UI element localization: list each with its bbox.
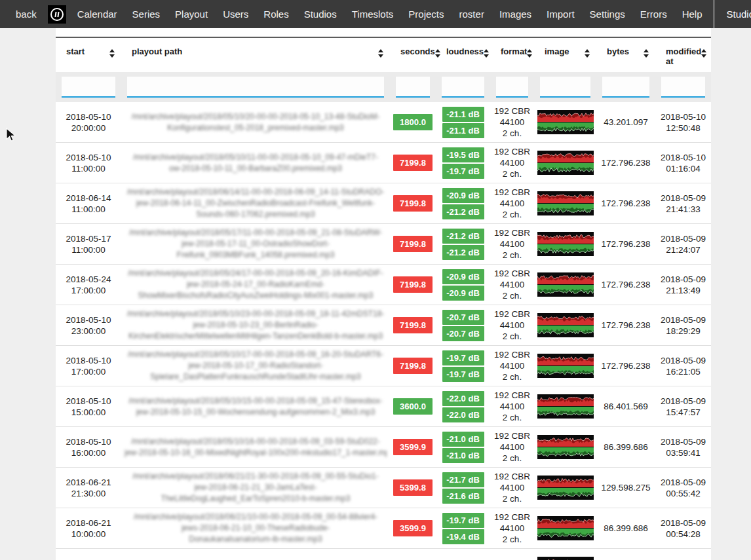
waveform-thumbnail xyxy=(537,476,594,500)
sort-icon[interactable] xyxy=(527,49,532,58)
seconds-cell: 7199.8 xyxy=(390,314,436,337)
nav-item-import[interactable]: Import xyxy=(543,9,579,20)
column-header-image[interactable]: image xyxy=(534,38,596,72)
seconds-cell: 5399.8 xyxy=(390,476,436,499)
sort-icon[interactable] xyxy=(378,49,383,58)
sort-icon[interactable] xyxy=(644,49,649,58)
filter-loudness-input[interactable] xyxy=(442,77,484,98)
nav-item-images[interactable]: Images xyxy=(495,9,535,20)
bytes-cell: 172.796.238 xyxy=(596,195,655,212)
column-label: playout path xyxy=(132,47,182,56)
modified-at-cell: 2018-05-0903:59:41 xyxy=(655,433,711,462)
nav-item-roster[interactable]: roster xyxy=(455,9,488,20)
image-cell xyxy=(534,188,596,219)
column-header-modified[interactable]: modified at xyxy=(655,38,711,72)
filter-start-input[interactable] xyxy=(62,77,115,98)
filter-modified-input[interactable] xyxy=(661,77,705,98)
top-navbar: back CalendarSeriesPlayoutUsersRolesStud… xyxy=(0,0,751,28)
column-header-bytes[interactable]: bytes xyxy=(596,38,655,72)
studio-select[interactable]: Studio Piradio xyxy=(722,0,751,28)
format-cell: 192 CBR441002 ch. xyxy=(490,427,534,467)
playout-path-line-blurred: Spielare_DasPlattenFunkrauschRundeStadtU… xyxy=(150,371,361,383)
bytes-cell: 43.201.097 xyxy=(596,113,655,131)
playout-path-line-blurred: jew-2018-06-21-21_30-JamLaTest- xyxy=(195,482,317,493)
format-cell: 192 CBR441002 ch. xyxy=(490,183,534,223)
loudness-badge: -20.7 dB xyxy=(442,310,484,325)
sort-icon[interactable] xyxy=(585,49,590,58)
image-cell xyxy=(534,350,596,381)
waveform-thumbnail xyxy=(537,110,594,134)
playout-path-line-blurred: KirchenElektrischerMittelwellenMitHilgen… xyxy=(128,331,383,342)
nav-item-studios[interactable]: Studios xyxy=(300,9,341,20)
sort-icon[interactable] xyxy=(109,49,115,58)
modified-at-cell: 2018-05-0918:29:29 xyxy=(655,311,711,340)
seconds-badge: 3600.0 xyxy=(393,398,433,415)
filter-image-input[interactable] xyxy=(540,77,590,98)
nav-item-projects[interactable]: Projects xyxy=(404,9,448,20)
loudness-badge: -21.2 dB xyxy=(442,245,484,260)
loudness-badge: -19.7 dB xyxy=(442,350,484,365)
playout-path-line-blurred: Sounds-060-17062.premixed.mp3 xyxy=(196,209,315,220)
column-header-path[interactable]: playout path xyxy=(121,38,390,72)
seconds-badge: 7199.8 xyxy=(393,195,433,212)
modified-at-cell: 2018-05-0921:41:33 xyxy=(655,189,711,218)
nav-item-roles[interactable]: Roles xyxy=(260,9,292,20)
playout-path-line-blurred: jew-2018-05-24-17_00-RadioKarnEmd- xyxy=(187,279,324,290)
table-row: 2018-05-1015:00:00/mnt/archive/playout/2… xyxy=(56,386,711,427)
start-cell: 2018-06-2110:00:00 xyxy=(56,514,121,543)
nav-item-settings[interactable]: Settings xyxy=(586,9,629,20)
bytes-cell: 172.796.238 xyxy=(596,357,655,375)
loudness-cell: -18.6 dB xyxy=(436,557,490,560)
loudness-badge: -19.4 dB xyxy=(442,529,484,544)
playout-path-line-blurred: jew-2018-05-10-15_00-Wochensendung-aufge… xyxy=(136,407,376,418)
nav-item-calendar[interactable]: Calendar xyxy=(73,9,121,20)
filter-bytes-input[interactable] xyxy=(602,77,649,98)
table-row: 2018-05-2417:00:00/mnt/archive/playout/2… xyxy=(56,265,711,305)
column-header-start[interactable]: start xyxy=(56,38,121,72)
loudness-badge: -20.7 dB xyxy=(442,326,484,341)
column-label: format xyxy=(501,47,527,56)
seconds-cell: 7199.8 xyxy=(390,233,436,255)
format-cell: 192 CBR441002 ch. xyxy=(490,386,534,426)
filter-seconds-input[interactable] xyxy=(396,77,430,98)
loudness-badge: -21.6 dB xyxy=(442,489,484,504)
column-label: start xyxy=(66,47,85,56)
nav-item-users[interactable]: Users xyxy=(219,9,252,20)
column-header-seconds[interactable]: seconds xyxy=(390,38,436,72)
seconds-badge: 1800.0 xyxy=(393,114,433,130)
playout-path-line-blurred: Konfigurationstest_05-2018_premixed-mast… xyxy=(167,122,343,134)
start-cell: 2018-05-1020:00:00 xyxy=(56,108,121,137)
back-button[interactable]: back xyxy=(12,9,41,20)
playout-path-line-blurred: /mnt/archive/playout/2018/05/10/11-00-00… xyxy=(133,152,378,163)
sort-icon[interactable] xyxy=(484,49,489,58)
column-header-format[interactable]: format xyxy=(490,38,534,72)
nav-item-errors[interactable]: Errors xyxy=(636,9,671,20)
nav-item-help[interactable]: Help xyxy=(678,9,706,20)
loudness-cell: -19.7 dB-19.7 dB xyxy=(436,346,490,386)
start-cell: 2018-05-1711:00:00 xyxy=(56,230,121,259)
filter-path-input[interactable] xyxy=(127,77,384,98)
table-row: 2018-06-2121:30:00/mnt/archive/playout/2… xyxy=(56,468,711,508)
nav-item-timeslots[interactable]: Timeslots xyxy=(348,9,398,20)
waveform-thumbnail xyxy=(537,435,594,459)
loudness-badge: -21.1 dB xyxy=(442,107,484,122)
piradio-logo-icon[interactable] xyxy=(48,5,66,24)
playout-path-line-blurred: jew-2018-05-10-23_00-BerlinRadio- xyxy=(193,320,318,331)
loudness-cell: -21.2 dB-21.2 dB xyxy=(436,225,490,264)
seconds-badge: 3599.9 xyxy=(393,520,433,536)
playout-path-cell: /mnt/archive/playout/2018/05/24/17-00-00… xyxy=(121,265,390,305)
loudness-badge: -20.9 dB xyxy=(442,188,484,203)
playout-path-cell: /mnt/archive/playout/2018/05/10/11-00-00… xyxy=(121,149,390,177)
image-cell xyxy=(534,553,596,560)
loudness-badge: -21.0 dB xyxy=(442,432,484,447)
modified-at-cell: 2018-05-1012:50:48 xyxy=(655,108,711,137)
format-cell: 192 CBR441002 ch. xyxy=(490,508,534,548)
table-row: 2018-05-1011:00:00/mnt/archive/playout/2… xyxy=(56,143,711,183)
playout-path-line-blurred: Donaukanalsanatorium-ib-master.mp3 xyxy=(189,534,322,545)
seconds-cell: 3599.9 xyxy=(390,436,436,458)
column-header-loudness[interactable]: loudness xyxy=(436,38,490,72)
nav-item-playout[interactable]: Playout xyxy=(171,9,212,20)
nav-item-series[interactable]: Series xyxy=(128,9,164,20)
filter-format-input[interactable] xyxy=(496,77,528,98)
sort-icon[interactable] xyxy=(701,49,706,58)
